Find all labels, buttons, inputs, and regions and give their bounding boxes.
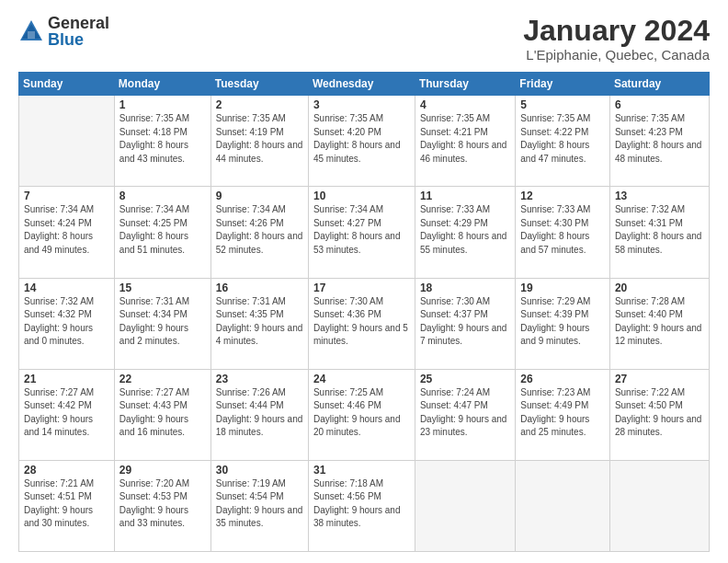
calendar-cell: 8 Sunrise: 7:34 AMSunset: 4:25 PMDayligh… bbox=[114, 187, 210, 278]
day-number: 8 bbox=[119, 190, 206, 202]
day-number: 17 bbox=[313, 282, 410, 294]
cell-info: Sunrise: 7:35 AMSunset: 4:23 PMDaylight:… bbox=[615, 112, 704, 166]
day-header-friday: Friday bbox=[516, 73, 610, 96]
cell-info: Sunrise: 7:35 AMSunset: 4:22 PMDaylight:… bbox=[520, 112, 605, 166]
logo-icon bbox=[18, 18, 44, 44]
day-number: 15 bbox=[119, 282, 206, 294]
calendar-cell: 28 Sunrise: 7:21 AMSunset: 4:51 PMDaylig… bbox=[19, 460, 115, 551]
cell-info: Sunrise: 7:30 AMSunset: 4:37 PMDaylight:… bbox=[420, 295, 510, 349]
day-number: 10 bbox=[313, 190, 410, 202]
calendar-cell: 15 Sunrise: 7:31 AMSunset: 4:34 PMDaylig… bbox=[114, 278, 210, 369]
day-number: 27 bbox=[615, 373, 704, 385]
header: General Blue January 2024 L'Epiphanie, Q… bbox=[18, 15, 710, 63]
calendar-cell: 22 Sunrise: 7:27 AMSunset: 4:43 PMDaylig… bbox=[114, 369, 210, 460]
calendar-cell: 12 Sunrise: 7:33 AMSunset: 4:30 PMDaylig… bbox=[516, 187, 610, 278]
cell-info: Sunrise: 7:24 AMSunset: 4:47 PMDaylight:… bbox=[420, 386, 510, 440]
cell-info: Sunrise: 7:28 AMSunset: 4:40 PMDaylight:… bbox=[615, 295, 704, 349]
calendar-cell: 20 Sunrise: 7:28 AMSunset: 4:40 PMDaylig… bbox=[609, 278, 709, 369]
cell-info: Sunrise: 7:34 AMSunset: 4:24 PMDaylight:… bbox=[24, 203, 109, 257]
cell-info: Sunrise: 7:35 AMSunset: 4:19 PMDaylight:… bbox=[216, 112, 303, 166]
cell-info: Sunrise: 7:21 AMSunset: 4:51 PMDaylight:… bbox=[24, 477, 109, 531]
calendar-cell: 29 Sunrise: 7:20 AMSunset: 4:53 PMDaylig… bbox=[114, 460, 210, 551]
week-row-1: 1 Sunrise: 7:35 AMSunset: 4:18 PMDayligh… bbox=[19, 96, 710, 187]
cell-info: Sunrise: 7:32 AMSunset: 4:32 PMDaylight:… bbox=[24, 295, 109, 349]
day-header-saturday: Saturday bbox=[609, 73, 709, 96]
svg-rect-2 bbox=[28, 31, 35, 39]
day-number: 23 bbox=[216, 373, 303, 385]
day-number: 26 bbox=[520, 373, 605, 385]
day-number: 25 bbox=[420, 373, 510, 385]
calendar-cell: 14 Sunrise: 7:32 AMSunset: 4:32 PMDaylig… bbox=[19, 278, 115, 369]
calendar-cell: 23 Sunrise: 7:26 AMSunset: 4:44 PMDaylig… bbox=[210, 369, 308, 460]
day-number: 18 bbox=[420, 282, 510, 294]
day-header-wednesday: Wednesday bbox=[308, 73, 415, 96]
week-row-2: 7 Sunrise: 7:34 AMSunset: 4:24 PMDayligh… bbox=[19, 187, 710, 278]
calendar-cell: 24 Sunrise: 7:25 AMSunset: 4:46 PMDaylig… bbox=[308, 369, 415, 460]
cell-info: Sunrise: 7:32 AMSunset: 4:31 PMDaylight:… bbox=[615, 203, 704, 257]
calendar-cell: 5 Sunrise: 7:35 AMSunset: 4:22 PMDayligh… bbox=[516, 96, 610, 187]
title-block: January 2024 L'Epiphanie, Quebec, Canada bbox=[523, 15, 710, 63]
calendar-cell: 4 Sunrise: 7:35 AMSunset: 4:21 PMDayligh… bbox=[415, 96, 515, 187]
cell-info: Sunrise: 7:23 AMSunset: 4:49 PMDaylight:… bbox=[520, 386, 605, 440]
week-row-3: 14 Sunrise: 7:32 AMSunset: 4:32 PMDaylig… bbox=[19, 278, 710, 369]
cell-info: Sunrise: 7:19 AMSunset: 4:54 PMDaylight:… bbox=[216, 477, 303, 531]
day-number: 20 bbox=[615, 282, 704, 294]
day-number: 2 bbox=[216, 98, 303, 111]
calendar-cell bbox=[609, 460, 709, 551]
calendar-cell: 21 Sunrise: 7:27 AMSunset: 4:42 PMDaylig… bbox=[19, 369, 115, 460]
calendar-table: SundayMondayTuesdayWednesdayThursdayFrid… bbox=[18, 72, 710, 552]
day-number: 16 bbox=[216, 282, 303, 294]
calendar-cell bbox=[415, 460, 515, 551]
day-number: 7 bbox=[24, 190, 109, 202]
day-number: 13 bbox=[615, 190, 704, 202]
day-number: 22 bbox=[119, 373, 206, 385]
cell-info: Sunrise: 7:26 AMSunset: 4:44 PMDaylight:… bbox=[216, 386, 303, 440]
logo-blue-text: Blue bbox=[48, 31, 109, 48]
calendar-cell: 25 Sunrise: 7:24 AMSunset: 4:47 PMDaylig… bbox=[415, 369, 515, 460]
calendar-cell: 30 Sunrise: 7:19 AMSunset: 4:54 PMDaylig… bbox=[210, 460, 308, 551]
cell-info: Sunrise: 7:34 AMSunset: 4:25 PMDaylight:… bbox=[119, 203, 206, 257]
day-number: 11 bbox=[420, 190, 510, 202]
main-title: January 2024 bbox=[523, 15, 710, 47]
week-row-4: 21 Sunrise: 7:27 AMSunset: 4:42 PMDaylig… bbox=[19, 369, 710, 460]
calendar-cell: 16 Sunrise: 7:31 AMSunset: 4:35 PMDaylig… bbox=[210, 278, 308, 369]
cell-info: Sunrise: 7:35 AMSunset: 4:18 PMDaylight:… bbox=[119, 112, 206, 166]
cell-info: Sunrise: 7:35 AMSunset: 4:20 PMDaylight:… bbox=[313, 112, 410, 166]
day-number: 24 bbox=[313, 373, 410, 385]
day-header-tuesday: Tuesday bbox=[210, 73, 308, 96]
calendar-cell: 7 Sunrise: 7:34 AMSunset: 4:24 PMDayligh… bbox=[19, 187, 115, 278]
calendar-cell: 9 Sunrise: 7:34 AMSunset: 4:26 PMDayligh… bbox=[210, 187, 308, 278]
calendar-cell: 19 Sunrise: 7:29 AMSunset: 4:39 PMDaylig… bbox=[516, 278, 610, 369]
day-number: 5 bbox=[520, 98, 605, 111]
calendar-cell: 1 Sunrise: 7:35 AMSunset: 4:18 PMDayligh… bbox=[114, 96, 210, 187]
calendar-cell: 17 Sunrise: 7:30 AMSunset: 4:36 PMDaylig… bbox=[308, 278, 415, 369]
cell-info: Sunrise: 7:20 AMSunset: 4:53 PMDaylight:… bbox=[119, 477, 206, 531]
day-number: 12 bbox=[520, 190, 605, 202]
cell-info: Sunrise: 7:31 AMSunset: 4:35 PMDaylight:… bbox=[216, 295, 303, 349]
cell-info: Sunrise: 7:25 AMSunset: 4:46 PMDaylight:… bbox=[313, 386, 410, 440]
header-row: SundayMondayTuesdayWednesdayThursdayFrid… bbox=[19, 73, 710, 96]
calendar-cell: 27 Sunrise: 7:22 AMSunset: 4:50 PMDaylig… bbox=[609, 369, 709, 460]
cell-info: Sunrise: 7:22 AMSunset: 4:50 PMDaylight:… bbox=[615, 386, 704, 440]
calendar-cell: 26 Sunrise: 7:23 AMSunset: 4:49 PMDaylig… bbox=[516, 369, 610, 460]
calendar-cell: 31 Sunrise: 7:18 AMSunset: 4:56 PMDaylig… bbox=[308, 460, 415, 551]
day-number: 1 bbox=[119, 98, 206, 111]
calendar-cell: 11 Sunrise: 7:33 AMSunset: 4:29 PMDaylig… bbox=[415, 187, 515, 278]
cell-info: Sunrise: 7:34 AMSunset: 4:26 PMDaylight:… bbox=[216, 203, 303, 257]
calendar-cell: 6 Sunrise: 7:35 AMSunset: 4:23 PMDayligh… bbox=[609, 96, 709, 187]
day-number: 31 bbox=[313, 464, 410, 477]
calendar-cell: 3 Sunrise: 7:35 AMSunset: 4:20 PMDayligh… bbox=[308, 96, 415, 187]
day-number: 4 bbox=[420, 98, 510, 111]
logo-text: General Blue bbox=[48, 15, 109, 48]
week-row-5: 28 Sunrise: 7:21 AMSunset: 4:51 PMDaylig… bbox=[19, 460, 710, 551]
cell-info: Sunrise: 7:27 AMSunset: 4:42 PMDaylight:… bbox=[24, 386, 109, 440]
calendar-cell: 2 Sunrise: 7:35 AMSunset: 4:19 PMDayligh… bbox=[210, 96, 308, 187]
cell-info: Sunrise: 7:35 AMSunset: 4:21 PMDaylight:… bbox=[420, 112, 510, 166]
day-number: 30 bbox=[216, 464, 303, 477]
page-container: General Blue January 2024 L'Epiphanie, Q… bbox=[0, 0, 728, 563]
day-header-sunday: Sunday bbox=[19, 73, 115, 96]
day-number: 9 bbox=[216, 190, 303, 202]
logo: General Blue bbox=[18, 15, 109, 48]
cell-info: Sunrise: 7:30 AMSunset: 4:36 PMDaylight:… bbox=[313, 295, 410, 349]
cell-info: Sunrise: 7:34 AMSunset: 4:27 PMDaylight:… bbox=[313, 203, 410, 257]
